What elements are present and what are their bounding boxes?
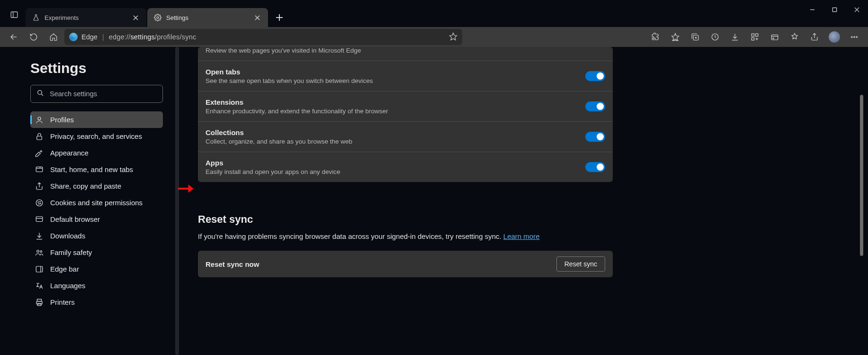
row-title: Open tabs bbox=[206, 68, 585, 76]
nav-printers[interactable]: Printers bbox=[30, 294, 163, 310]
performance-button[interactable] bbox=[786, 29, 804, 45]
scroll-region[interactable]: Review the web pages you've visited in M… bbox=[174, 47, 864, 355]
nav-profiles[interactable]: Profiles bbox=[30, 111, 163, 128]
nav-share[interactable]: Share, copy and paste bbox=[30, 178, 163, 194]
nav-label: Share, copy and paste bbox=[50, 182, 121, 190]
window-controls bbox=[801, 0, 868, 27]
tab-title: Settings bbox=[166, 14, 246, 21]
row-desc: Enhance productivity, and extend the fun… bbox=[206, 108, 585, 115]
address-bar[interactable]: Edge | edge://settings/profiles/sync bbox=[64, 29, 462, 45]
nav-downloads[interactable]: Downloads bbox=[30, 228, 163, 244]
refresh-button[interactable] bbox=[25, 29, 43, 45]
product-label: Edge bbox=[81, 33, 98, 41]
profile-button[interactable] bbox=[825, 29, 843, 45]
main-scrollbar[interactable] bbox=[860, 95, 863, 256]
gear-icon bbox=[154, 14, 161, 21]
svg-point-34 bbox=[856, 36, 858, 38]
svg-point-37 bbox=[38, 117, 41, 120]
svg-rect-56 bbox=[37, 299, 42, 301]
nav-label: Profiles bbox=[50, 116, 74, 124]
row-title: Extensions bbox=[206, 98, 585, 106]
svg-point-45 bbox=[40, 201, 41, 202]
svg-rect-48 bbox=[36, 217, 43, 222]
tab-actions-button[interactable] bbox=[3, 3, 26, 26]
collections-button[interactable] bbox=[686, 29, 704, 45]
tools-button[interactable] bbox=[766, 29, 784, 45]
tab-close-button[interactable] bbox=[129, 11, 142, 24]
sync-options-card: Review the web pages you've visited in M… bbox=[198, 47, 613, 182]
nav-label: Languages bbox=[50, 282, 85, 290]
nav-edgebar[interactable]: Edge bar bbox=[30, 261, 163, 277]
reset-heading: Reset sync bbox=[198, 213, 613, 226]
svg-rect-10 bbox=[832, 8, 836, 11]
minimize-button[interactable] bbox=[801, 0, 823, 19]
svg-point-52 bbox=[37, 250, 39, 252]
avatar bbox=[829, 31, 840, 43]
nav-cookies[interactable]: Cookies and site permissions bbox=[30, 194, 163, 211]
maximize-button[interactable] bbox=[823, 0, 846, 19]
row-desc: Collect, organize, and share as you brow… bbox=[206, 138, 585, 145]
svg-marker-15 bbox=[672, 34, 679, 41]
settings-nav: Profiles Privacy, search, and services A… bbox=[30, 111, 163, 310]
toggle-open-tabs[interactable] bbox=[585, 71, 605, 81]
tab-settings[interactable]: Settings bbox=[147, 8, 268, 27]
home-button[interactable] bbox=[45, 29, 63, 45]
sync-row-extensions: Extensions Enhance productivity, and ext… bbox=[198, 91, 613, 121]
more-button[interactable] bbox=[845, 29, 863, 45]
search-settings[interactable] bbox=[30, 85, 163, 103]
favorites-button[interactable] bbox=[666, 29, 684, 45]
titlebar: Experiments Settings bbox=[0, 0, 868, 27]
svg-point-35 bbox=[38, 91, 42, 95]
back-button[interactable] bbox=[5, 29, 23, 45]
new-tab-button[interactable] bbox=[271, 9, 288, 26]
toolbar: Edge | edge://settings/profiles/sync bbox=[0, 27, 868, 47]
row-title: Collections bbox=[206, 128, 585, 137]
svg-point-47 bbox=[40, 203, 41, 204]
apps-button[interactable] bbox=[746, 29, 764, 45]
svg-line-36 bbox=[41, 94, 43, 96]
extensions-button[interactable] bbox=[646, 29, 664, 45]
tab-close-button[interactable] bbox=[251, 11, 263, 24]
url-text: edge://settings/profiles/sync bbox=[109, 33, 197, 41]
nav-label: Edge bar bbox=[50, 265, 79, 273]
toggle-extensions[interactable] bbox=[585, 101, 605, 111]
close-window-button[interactable] bbox=[846, 0, 868, 19]
toggle-apps[interactable] bbox=[585, 162, 605, 172]
row-title: Apps bbox=[206, 159, 585, 167]
nav-privacy[interactable]: Privacy, search, and services bbox=[30, 128, 163, 145]
svg-rect-58 bbox=[37, 303, 41, 306]
settings-content: Settings Profiles Privacy, search, and s… bbox=[4, 47, 864, 355]
row-desc: Review the web pages you've visited in M… bbox=[206, 47, 605, 54]
nav-default-browser[interactable]: Default browser bbox=[30, 211, 163, 228]
nav-start[interactable]: Start, home, and new tabs bbox=[30, 161, 163, 178]
nav-appearance[interactable]: Appearance bbox=[30, 145, 163, 161]
svg-point-4 bbox=[157, 17, 159, 18]
reset-row-label: Reset sync now bbox=[206, 260, 556, 268]
learn-more-link[interactable]: Learn more bbox=[503, 232, 540, 240]
sidebar-scrollbar[interactable] bbox=[175, 47, 179, 355]
site-identity[interactable]: Edge bbox=[69, 33, 98, 41]
sync-row-apps: Apps Easily install and open your apps o… bbox=[198, 152, 613, 182]
downloads-button[interactable] bbox=[726, 29, 744, 45]
nav-family[interactable]: Family safety bbox=[30, 244, 163, 261]
favorite-star-icon[interactable] bbox=[449, 32, 457, 42]
reset-sync-button[interactable]: Reset sync bbox=[556, 256, 605, 272]
flask-icon bbox=[32, 14, 40, 21]
page-title: Settings bbox=[30, 60, 163, 76]
svg-rect-24 bbox=[756, 34, 758, 36]
search-input[interactable] bbox=[50, 90, 157, 98]
nav-label: Privacy, search, and services bbox=[50, 132, 142, 140]
svg-rect-54 bbox=[36, 266, 43, 272]
share-button[interactable] bbox=[805, 29, 823, 45]
history-button[interactable] bbox=[706, 29, 724, 45]
nav-label: Downloads bbox=[50, 232, 85, 240]
settings-main: Review the web pages you've visited in M… bbox=[174, 47, 864, 355]
nav-languages[interactable]: Languages bbox=[30, 277, 163, 294]
reset-card: Reset sync now Reset sync bbox=[198, 251, 613, 277]
sync-row-open-tabs: Open tabs See the same open tabs when yo… bbox=[198, 61, 613, 91]
settings-sidebar: Settings Profiles Privacy, search, and s… bbox=[4, 47, 174, 355]
svg-point-46 bbox=[39, 203, 40, 204]
nav-label: Cookies and site permissions bbox=[50, 199, 143, 207]
toggle-collections[interactable] bbox=[585, 132, 605, 142]
tab-experiments[interactable]: Experiments bbox=[26, 8, 146, 27]
